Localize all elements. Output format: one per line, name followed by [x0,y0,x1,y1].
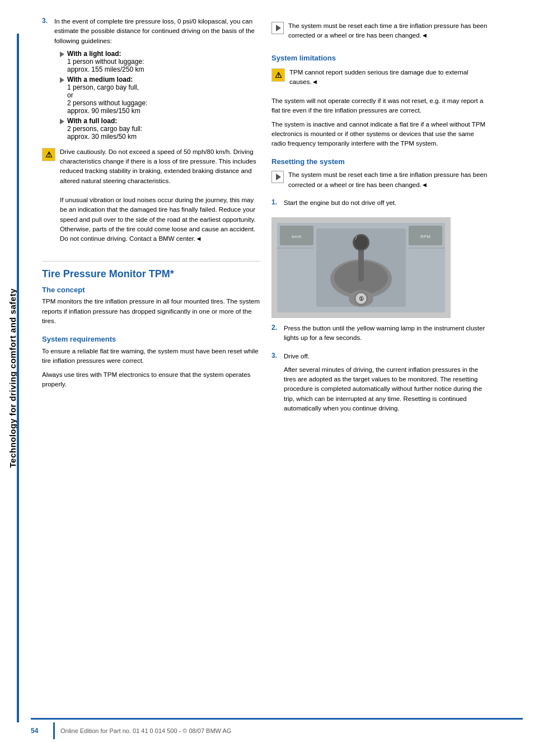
reset-step-2: 2. Press the button until the yellow war… [271,324,490,347]
warning-icon-2: ⚠ [271,68,285,82]
bullet-triangle-full [60,119,64,124]
note-box-2: The system must be reset each time a tir… [271,170,490,194]
sys-req-para2: Always use tires with TPM electronics to… [42,370,260,390]
step-1-text: Start the engine but do not drive off ye… [284,198,490,208]
light-load-body: 1 person without luggage:approx. 155 mil… [67,58,144,73]
sidebar-label: Technology for driving comfort and safet… [8,288,17,468]
note-triangle-icon-1 [271,22,284,34]
end-mark-3: ◄ [312,78,318,85]
sys-lim-heading: System limitations [271,54,490,62]
sys-req-para1: To ensure a reliable flat tire warning, … [42,347,260,366]
sub-item-light-load: With a light load: 1 person without lugg… [60,50,260,73]
left-column: 3. In the event of complete tire pressur… [42,17,260,422]
item-3-content: In the event of complete tire pressure l… [54,17,260,142]
footer-bar [53,722,55,739]
reset-step-1: 1. Start the engine but do not drive off… [271,198,490,212]
warning-box-1: ⚠ Drive cautiously. Do not exceed a spee… [42,147,260,248]
reset-heading: Resetting the system [271,157,490,166]
full-load-content: With a full load: 2 persons, cargo bay f… [67,117,260,141]
light-load-content: With a light load: 1 person without lugg… [67,50,260,73]
end-mark-1: ◄ [195,235,202,242]
warning-box-2: ⚠ TPM cannot report sudden serious tire … [271,68,490,91]
sys-req-heading: System requirements [42,335,260,343]
sys-lim-para1: The system will not operate correctly if… [271,96,490,116]
warning-text-1: Drive cautiously. Do not exceed a speed … [60,147,260,244]
gear-image: ① km/h RPM / [271,217,451,318]
bullet-triangle-medium [60,77,64,83]
step-2-text: Press the button until the yellow warnin… [284,324,490,343]
reset-note: The system must be reset each time a tir… [288,170,490,190]
main-content: 3. In the event of complete tire pressur… [31,0,534,433]
step-3-content: Drive off. After several minutes of driv… [284,352,490,418]
item-3-intro: In the event of complete tire pressure l… [54,17,260,46]
step-3-number: 3. [271,352,280,418]
svg-text:km/h: km/h [292,234,301,239]
step-3-text: Drive off. [284,352,490,361]
concept-body: TPM monitors the tire inflation pressure… [42,297,260,326]
medium-load-body: 1 person, cargo bay full,or2 persons wit… [67,83,147,115]
sys-lim-para2: The system is inactive and cannot indica… [271,120,490,149]
light-load-title: With a light load: [67,50,121,58]
page-number: 54 [31,727,48,735]
footer: 54 Online Edition for Part no. 01 41 0 0… [31,718,523,739]
gear-svg: ① km/h RPM / [271,217,451,318]
right-column: The system must be reset each time a tir… [271,17,490,422]
main-title: Tire Pressure Monitor TPM* [42,261,260,280]
sys-lim-warning: TPM cannot report sudden serious tire da… [289,68,490,87]
svg-text:RPM: RPM [420,234,430,239]
svg-text:①: ① [359,296,364,302]
concept-heading: The concept [42,286,260,294]
note-triangle-icon-2 [271,171,284,183]
step-3-detail: After several minutes of driving, the cu… [284,365,490,413]
reset-step-3: 3. Drive off. After several minutes of d… [271,352,490,418]
step-1-number: 1. [271,198,280,212]
sidebar-bar [17,34,19,722]
note-box-1: The system must be reset each time a tir… [271,21,490,45]
medium-load-content: With a medium load: 1 person, cargo bay … [67,76,260,115]
end-mark-2: ◄ [421,32,428,39]
full-load-title: With a full load: [67,117,117,125]
step-2-number: 2. [271,324,280,347]
sub-item-medium-load: With a medium load: 1 person, cargo bay … [60,76,260,115]
note-text-1: The system must be reset each time a tir… [288,21,490,41]
end-mark-4: ◄ [421,181,428,188]
item-3-number: 3. [42,17,51,142]
warning-icon-1: ⚠ [42,148,55,161]
medium-load-title: With a medium load: [67,76,133,83]
sidebar: Technology for driving comfort and safet… [0,0,25,756]
footer-text: Online Edition for Part no. 01 41 0 014 … [60,727,231,734]
sub-item-full-load: With a full load: 2 persons, cargo bay f… [60,117,260,141]
bullet-triangle-light [60,52,64,57]
list-item-3: 3. In the event of complete tire pressur… [42,17,260,142]
full-load-body: 2 persons, cargo bay full:approx. 30 mil… [67,125,142,141]
